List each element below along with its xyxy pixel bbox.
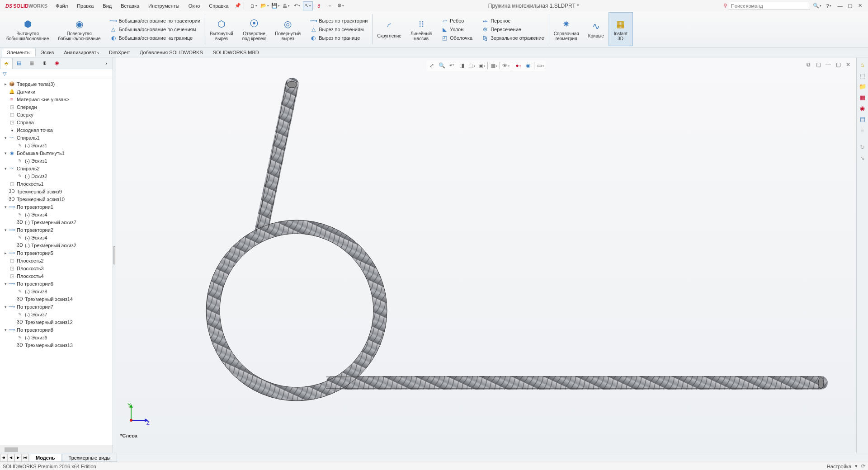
tab-nav-next[interactable]: ▶ — [14, 454, 22, 462]
tree-item[interactable]: ▸📦Твердые тела(3) — [0, 80, 113, 88]
revolved-boss-button[interactable]: ◉Повернутая бобышка/основание — [56, 17, 102, 42]
tree-item[interactable]: ▾〰Спираль2 — [0, 164, 113, 172]
extruded-cut-button[interactable]: ⬡Вытянутый вырез — [208, 17, 235, 42]
tree-item[interactable]: ◳Плоскость4 — [0, 272, 113, 280]
configuration-tab[interactable]: ▦ — [25, 58, 38, 69]
minimize-button[interactable]: — — [835, 2, 844, 10]
tree-item[interactable]: ▾⟿По траектории1 — [0, 203, 113, 211]
tree-item[interactable]: 3DТрехмерный эскиз13 — [0, 341, 113, 349]
lofted-cut-button[interactable]: △Вырез по сечениям — [308, 25, 369, 33]
tree-item[interactable]: ✎(-) Эскиз8 — [0, 287, 113, 295]
command-search-input[interactable] — [729, 2, 810, 10]
print-button[interactable]: 🖶 — [281, 1, 291, 10]
tree-item[interactable]: 3DТрехмерный эскиз9 — [0, 188, 113, 195]
tree-item[interactable]: 3D(-) Трехмерный эскиз2 — [0, 241, 113, 249]
open-file-button[interactable]: 📂 — [259, 1, 269, 10]
menu-правка[interactable]: Правка — [72, 1, 98, 10]
tree-item[interactable]: 3D(-) Трехмерный эскиз7 — [0, 218, 113, 226]
curves-button[interactable]: ∿Кривые — [586, 19, 606, 39]
tree-item[interactable]: ◳Справа — [0, 118, 113, 126]
tree-item[interactable]: 🔔Датчики — [0, 88, 113, 95]
rib-button[interactable]: ▱Ребро — [439, 17, 474, 25]
boundary-boss-button[interactable]: ◐Бобышка/основание на границе — [108, 34, 203, 42]
status-settings[interactable]: Настройка — [827, 464, 851, 469]
tree-item[interactable]: ▾⟿По траектории2 — [0, 226, 113, 234]
status-caret-icon[interactable]: ▾ — [855, 463, 858, 469]
property-manager-tab[interactable]: ▤ — [13, 58, 25, 69]
tab-model[interactable]: Модель — [29, 454, 62, 462]
tree-item[interactable]: ▸⟿По траектории5 — [0, 249, 113, 257]
shell-button[interactable]: ◰Оболочка — [439, 34, 474, 42]
revolved-cut-button[interactable]: ◎Повернутый вырез — [273, 17, 302, 42]
command-tab[interactable]: SOLIDWORKS MBD — [208, 48, 264, 57]
tree-item[interactable]: ✎(-) Эскиз6 — [0, 334, 113, 341]
appearances-icon[interactable]: ▤ — [858, 114, 867, 123]
tree-item[interactable]: ◳Плоскость2 — [0, 257, 113, 264]
tree-item[interactable]: ✎(-) Эскиз1 — [0, 157, 113, 164]
mirror-button[interactable]: ⧎Зеркальное отражение — [480, 34, 546, 42]
command-tab[interactable]: Добавления SOLIDWORKS — [135, 48, 208, 57]
reference-geometry-button[interactable]: ✷Справочная геометрия — [552, 17, 581, 42]
graphics-viewport[interactable]: ⤢ 🔍 ↶ ◨ ⬚ ▣ ▦ 👁 ● ◉ ▭ ⧉ ▢ — ▢ ✕ — [116, 57, 856, 453]
undo-button[interactable]: ↶ — [292, 1, 302, 10]
tab-3d-views[interactable]: Трехмерные виды — [62, 454, 118, 462]
tree-item[interactable]: ✎(-) Эскиз2 — [0, 172, 113, 180]
view-palette-icon[interactable]: ◉ — [858, 103, 867, 113]
maximize-button[interactable]: ▢ — [845, 2, 854, 10]
tree-item[interactable]: ✎(-) Эскиз1 — [0, 141, 113, 149]
display-tab[interactable]: ◉ — [51, 58, 63, 69]
hole-wizard-button[interactable]: ⦿Отверстие под крепеж — [241, 17, 268, 42]
tree-item[interactable]: ▾〰Спираль1 — [0, 134, 113, 141]
tree-item[interactable]: ◳Сверху — [0, 111, 113, 118]
feature-tree[interactable]: ▸📦Твердые тела(3)🔔Датчики≡Материал <не у… — [0, 79, 113, 446]
panel-expand-button[interactable]: › — [100, 58, 113, 69]
tree-item[interactable]: 3DТрехмерный эскиз14 — [0, 295, 113, 303]
select-button[interactable]: ↖ — [303, 1, 313, 10]
tree-item[interactable]: 3DТрехмерный эскиз12 — [0, 318, 113, 326]
menu-справка[interactable]: Справка — [204, 1, 233, 10]
command-tab[interactable]: Элементы — [2, 48, 36, 57]
instant-3d-button[interactable]: ▦Instant 3D — [612, 17, 630, 42]
close-button[interactable]: ✕ — [855, 2, 864, 10]
resources-icon[interactable]: ⬚ — [858, 71, 867, 80]
tree-item[interactable]: ▾⟿По траектории8 — [0, 326, 113, 334]
file-explorer-icon[interactable]: ▦ — [858, 93, 867, 102]
help-button[interactable]: ? — [824, 1, 834, 10]
command-tab[interactable]: Анализировать — [59, 48, 104, 57]
menu-вид[interactable]: Вид — [98, 1, 116, 10]
tree-item[interactable]: ◳Плоскость1 — [0, 180, 113, 188]
arrow-icon[interactable]: ↘ — [858, 153, 867, 162]
custom-props-icon[interactable]: ≡ — [858, 125, 867, 134]
swept-boss-button[interactable]: ⟿Бобышка/основание по траектории — [108, 17, 203, 25]
fillet-button[interactable]: ◜Скругление — [375, 19, 403, 39]
new-file-button[interactable]: 🗋 — [249, 1, 259, 10]
tree-item[interactable]: ▾⟿По траектории7 — [0, 303, 113, 310]
settings-button[interactable]: ⚙ — [335, 1, 345, 10]
tree-item[interactable]: ▾◉Бобышка-Вытянуть1 — [0, 149, 113, 157]
home-icon[interactable]: ⌂ — [858, 60, 867, 69]
options-button[interactable]: ≡ — [325, 1, 335, 10]
tree-scrollbar[interactable] — [0, 446, 113, 453]
linear-pattern-button[interactable]: ⁝⁝Линейный массив — [409, 17, 434, 42]
tree-item[interactable]: 3DТрехмерный эскиз10 — [0, 195, 113, 203]
wrap-button[interactable]: ⬰Перенос — [480, 17, 546, 25]
tab-nav-last[interactable]: ⏭ — [22, 454, 29, 462]
swept-cut-button[interactable]: ⟿Вырез по траектории — [308, 17, 369, 25]
tree-item[interactable]: ◳Плоскость3 — [0, 264, 113, 272]
menu-файл[interactable]: Файл — [51, 1, 72, 10]
search-dropdown[interactable]: 🔍 — [812, 1, 822, 10]
intersect-button[interactable]: ⊗Пересечение — [480, 25, 546, 33]
forum-icon[interactable]: ↻ — [858, 142, 867, 151]
command-tab[interactable]: DimXpert — [104, 48, 135, 57]
tree-item[interactable]: ✎(-) Эскиз4 — [0, 234, 113, 241]
lofted-boss-button[interactable]: △Бобышка/основание по сечениям — [108, 25, 203, 33]
tree-item[interactable]: ↳Исходная точка — [0, 126, 113, 134]
menu-инструменты[interactable]: Инструменты — [144, 1, 184, 10]
command-tab[interactable]: Эскиз — [36, 48, 59, 57]
menu-окно[interactable]: Окно — [184, 1, 205, 10]
feature-tree-tab[interactable]: ⬘ — [0, 58, 13, 69]
tab-nav-prev[interactable]: ◀ — [7, 454, 14, 462]
tree-item[interactable]: ✎(-) Эскиз7 — [0, 310, 113, 318]
tree-item[interactable]: ◳Спереди — [0, 103, 113, 111]
filter-icon[interactable]: ▽ — [3, 71, 6, 77]
